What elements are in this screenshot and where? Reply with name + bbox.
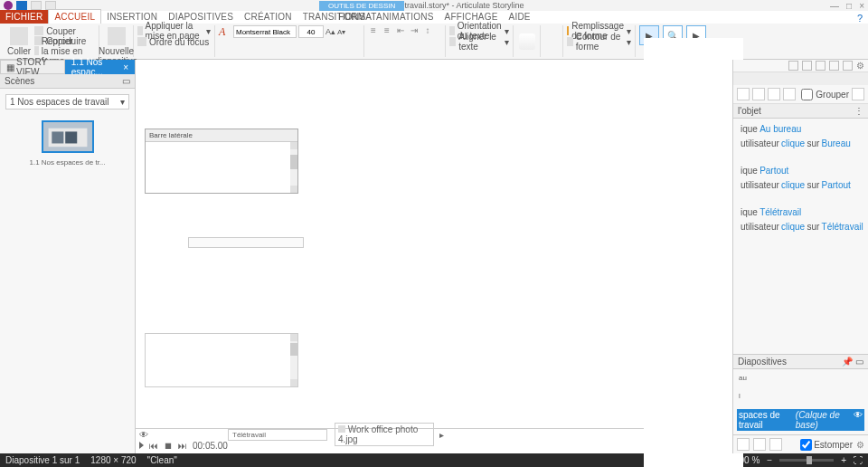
brush-icon (34, 46, 39, 55)
font-color-icon[interactable]: A (219, 25, 231, 38)
canvas-object-sidebar[interactable]: Barre latérale (145, 129, 298, 194)
shape-outline-button[interactable]: Contour de forme ▾ (567, 37, 631, 46)
dim-checkbox[interactable] (800, 439, 812, 451)
line-spacing-icon[interactable]: ↕ (422, 25, 433, 36)
trigger-item[interactable]: utilisateur clique sur Bureau (737, 137, 868, 151)
align-text-button[interactable]: Aligner le texte ▾ (449, 37, 509, 46)
eye-icon[interactable]: 👁 (139, 430, 148, 440)
scenes-toggle-icon[interactable]: ▭ (122, 76, 130, 86)
trigger-item[interactable]: ique Au bureau (737, 122, 868, 137)
layout-icon (137, 26, 143, 35)
trigger-item[interactable]: ique Télétravail (737, 205, 868, 220)
trigger-item[interactable]: utilisateur clique sur Partout (737, 178, 868, 193)
layer-item-base[interactable]: spaces de travail (Calque de base) 👁 (737, 409, 864, 431)
layer-item[interactable]: au (737, 373, 864, 391)
view-mode-2[interactable] (802, 61, 812, 71)
canvas-object-textbox[interactable] (188, 237, 304, 248)
tab-create[interactable]: CRÉATION (239, 10, 297, 24)
view-mode-3[interactable] (816, 61, 826, 71)
indent-icon[interactable]: ⇥ (409, 25, 420, 36)
trigger-up-button[interactable] (768, 88, 780, 100)
tab-home[interactable]: ACCUEIL (48, 9, 101, 24)
maximize-button[interactable]: □ (846, 1, 852, 11)
bullets-icon[interactable]: ≡ (368, 25, 379, 36)
scrollbar[interactable] (290, 142, 297, 193)
help-icon[interactable]: ? (857, 13, 868, 24)
layer-item[interactable]: l (737, 391, 864, 409)
timeline-track[interactable]: Télétravail (228, 429, 327, 441)
view-mode-5[interactable] (843, 61, 853, 71)
arrange-button[interactable] (543, 33, 560, 50)
trigger-copy-button[interactable] (752, 88, 765, 100)
scroll-thumb[interactable] (290, 155, 297, 169)
story-view-icon: ▦ (6, 62, 14, 72)
layer-add-button[interactable] (737, 438, 750, 451)
tab-format[interactable]: FORMAT (333, 10, 382, 24)
trigger-add-button[interactable] (737, 88, 750, 100)
track-expand-icon[interactable]: ▸ (439, 430, 444, 440)
zoom-out-icon[interactable]: − (767, 455, 772, 465)
paste-button[interactable]: Coller (4, 25, 34, 58)
close-tab-icon[interactable]: × (123, 62, 128, 72)
close-button[interactable]: × (859, 1, 864, 11)
qat-save[interactable] (16, 1, 27, 10)
layer-dup-button[interactable] (753, 438, 766, 451)
view-mode-1[interactable] (788, 61, 798, 71)
zoom-in-icon[interactable]: + (841, 455, 846, 465)
layers-pin-icon[interactable]: 📌 (842, 357, 853, 367)
trigger-item[interactable]: ique Partout (737, 164, 868, 178)
minimize-button[interactable]: — (830, 1, 839, 11)
outdent-icon[interactable]: ⇤ (395, 25, 406, 36)
numbering-icon[interactable]: ≡ (382, 25, 392, 36)
format-painter-button[interactable]: Reproduire la mise en forme (34, 46, 95, 55)
view-mode-4[interactable] (829, 61, 839, 71)
timeline-track[interactable]: Work office photo 4.jpg (335, 423, 434, 446)
tab-file[interactable]: FICHIER (0, 10, 48, 24)
zoom-slider[interactable] (779, 459, 834, 462)
layer-del-button[interactable] (769, 438, 782, 451)
qat-undo[interactable] (31, 1, 42, 10)
tab-help[interactable]: AIDE (504, 10, 536, 24)
trigger-down-button[interactable] (783, 88, 796, 100)
timeline-panel: 👁 Télétravail Work office photo 4.jpg ▸ … (136, 428, 732, 453)
slide-thumbnail[interactable] (42, 120, 94, 153)
layer-eye-icon[interactable]: 👁 (854, 410, 863, 430)
zoom-fit-icon[interactable]: ⛶ (854, 455, 863, 465)
context-tab-label: OUTILS DE DESSIN (319, 1, 404, 11)
right-panel: ⚙ Grouper l'objet ⋮ ique Au bureau utili… (732, 60, 868, 453)
play-icon[interactable] (139, 442, 144, 449)
apply-layout-button[interactable]: Appliquer la mise en page ▾ (137, 26, 211, 35)
section-toggle-icon[interactable]: ⋮ (854, 106, 863, 116)
cut-button[interactable]: Couper (34, 26, 95, 35)
trigger-item[interactable]: utilisateur clique sur Télétravail (737, 220, 868, 234)
group-checkbox[interactable] (801, 89, 813, 100)
align-text-icon (449, 37, 456, 46)
scroll-thumb[interactable] (290, 343, 297, 356)
outline-icon (567, 37, 573, 46)
story-view-tab[interactable]: ▦STORY VIEW (0, 60, 65, 74)
scenes-panel: ▦STORY VIEW 1.1 Nos espac...× Scènes ▭ 1… (0, 60, 136, 453)
grow-font-icon[interactable]: A▴ (326, 27, 335, 36)
scroll-up-icon[interactable] (290, 334, 297, 341)
layer-gear-icon[interactable]: ⚙ (856, 440, 864, 450)
gear-icon[interactable]: ⚙ (856, 61, 864, 71)
scroll-down-icon[interactable] (290, 186, 297, 193)
scroll-down-icon[interactable] (290, 379, 297, 386)
font-name-input[interactable] (233, 25, 297, 38)
trigger-delete-button[interactable] (852, 88, 864, 100)
timeline-stop-icon[interactable]: ⏹ (164, 441, 173, 451)
timeline-prev-icon[interactable]: ⏮ (149, 441, 158, 451)
shrink-font-icon[interactable]: A▾ (337, 28, 345, 36)
focus-order-button[interactable]: Ordre du focus (137, 37, 211, 46)
slide-tab[interactable]: 1.1 Nos espac...× (65, 60, 135, 74)
scroll-up-icon[interactable] (290, 142, 297, 149)
font-size-input[interactable] (298, 25, 324, 38)
timeline-next-icon[interactable]: ⏭ (178, 441, 187, 451)
layers-close-icon[interactable]: ▭ (855, 357, 863, 367)
canvas-object-panel[interactable] (145, 333, 298, 387)
scene-dropdown[interactable]: 1 Nos espaces de travail▾ (5, 94, 129, 110)
slide-thumbnail-label: 1.1 Nos espaces de tr... (0, 158, 135, 167)
scrollbar[interactable] (290, 334, 297, 386)
shapes-gallery[interactable] (519, 33, 535, 50)
dim-checkbox-label[interactable]: Estomper (800, 439, 853, 451)
